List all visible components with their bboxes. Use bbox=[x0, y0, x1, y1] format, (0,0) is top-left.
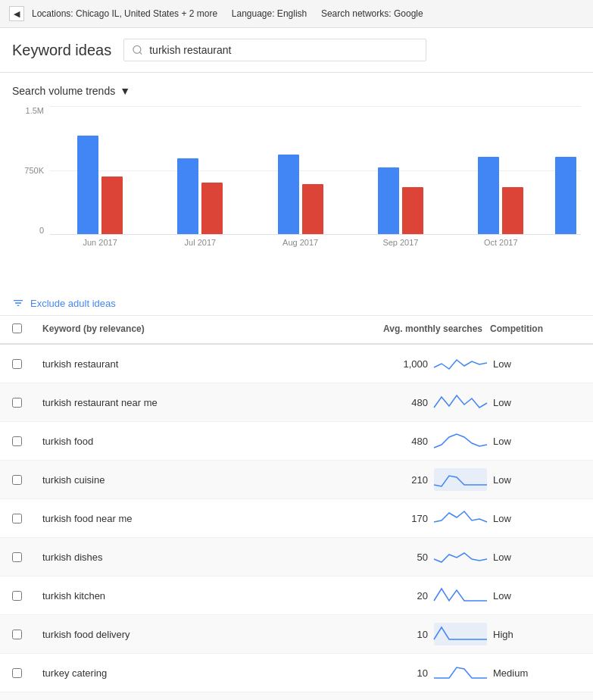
top-bar: ◀ Locations: Chicago IL, United States +… bbox=[0, 0, 593, 28]
keyword-6: turkish kitchen bbox=[42, 590, 354, 602]
row-check-8 bbox=[12, 668, 42, 678]
table-header: Keyword (by relevance) Avg. monthly sear… bbox=[0, 316, 593, 345]
bar-group-partial bbox=[551, 157, 581, 234]
th-keyword: Keyword (by relevance) bbox=[42, 323, 354, 336]
bar-red-jun bbox=[101, 177, 123, 234]
table-row: turkey catering 10 Medium bbox=[0, 654, 593, 692]
y-axis: 1.5M 750K 0 bbox=[12, 106, 50, 235]
searches-2: 480 bbox=[354, 430, 490, 452]
page-title: Keyword ideas bbox=[12, 42, 111, 59]
x-label-blank bbox=[551, 238, 581, 247]
bar-group-jul bbox=[150, 158, 250, 234]
row-checkbox-1[interactable] bbox=[12, 398, 22, 408]
bar-group-jun bbox=[50, 136, 150, 234]
table-row: turkish food near me 170 Low bbox=[0, 499, 593, 538]
chart-inner bbox=[50, 106, 581, 235]
keyword-1: turkish restaurant near me bbox=[42, 397, 354, 408]
svg-line-1 bbox=[140, 52, 142, 55]
chart-title-row: Search volume trends ▼ bbox=[12, 85, 581, 97]
keyword-4: turkish food near me bbox=[42, 513, 354, 524]
search-box[interactable]: turkish restaurant bbox=[123, 39, 426, 61]
bar-blue-oct bbox=[478, 157, 499, 234]
table-row: turkish dishes 50 Low bbox=[0, 538, 593, 577]
search-icon bbox=[132, 44, 143, 56]
row-checkbox-0[interactable] bbox=[12, 359, 22, 369]
bar-blue-partial bbox=[555, 157, 576, 234]
table-row: turkish breakfast 110 Low bbox=[0, 692, 593, 700]
searches-3: 210 bbox=[354, 468, 490, 491]
competition-3: Low bbox=[490, 474, 581, 486]
searches-7: 10 bbox=[354, 623, 490, 645]
row-checkbox-2[interactable] bbox=[12, 436, 22, 446]
sparkline-2 bbox=[434, 430, 487, 452]
keyword-8: turkey catering bbox=[42, 667, 354, 679]
header-checkbox-cell bbox=[12, 323, 42, 336]
filter-icon bbox=[12, 297, 24, 309]
row-check-5 bbox=[12, 552, 42, 562]
select-all-checkbox[interactable] bbox=[12, 323, 22, 333]
table-row: turkish restaurant near me 480 Low bbox=[0, 383, 593, 422]
svg-point-0 bbox=[133, 45, 141, 53]
bar-red-oct bbox=[502, 187, 523, 234]
search-input[interactable]: turkish restaurant bbox=[149, 44, 418, 56]
competition-6: Low bbox=[490, 590, 581, 602]
sparkline-4 bbox=[434, 507, 487, 530]
x-label-jun: Jun 2017 bbox=[50, 238, 150, 247]
language-label: Language: English bbox=[232, 8, 307, 19]
svg-rect-2 bbox=[434, 468, 487, 491]
y-label-bot: 0 bbox=[39, 226, 44, 235]
row-checkbox-8[interactable] bbox=[12, 668, 22, 678]
row-checkbox-3[interactable] bbox=[12, 475, 22, 485]
table-row: turkish kitchen 20 Low bbox=[0, 577, 593, 615]
sparkline-5 bbox=[434, 545, 487, 568]
bar-group-oct bbox=[451, 157, 551, 234]
sparkline-0 bbox=[434, 352, 487, 375]
x-labels: Jun 2017 Jul 2017 Aug 2017 Sep 2017 Oct … bbox=[50, 238, 581, 247]
bar-group-sep bbox=[351, 167, 451, 234]
searches-0: 1,000 bbox=[354, 352, 490, 375]
row-check-3 bbox=[12, 475, 42, 485]
searches-1: 480 bbox=[354, 391, 490, 414]
table-row: turkish cuisine 210 Low bbox=[0, 461, 593, 499]
row-checkbox-6[interactable] bbox=[12, 591, 22, 601]
back-button[interactable]: ◀ bbox=[9, 6, 24, 21]
sparkline-8 bbox=[434, 661, 487, 684]
searches-5: 50 bbox=[354, 545, 490, 568]
svg-rect-3 bbox=[434, 623, 487, 645]
row-checkbox-4[interactable] bbox=[12, 514, 22, 523]
competition-5: Low bbox=[490, 552, 581, 563]
competition-8: Medium bbox=[490, 667, 581, 679]
grid-line-top bbox=[50, 106, 581, 107]
competition-1: Low bbox=[490, 397, 581, 408]
searches-8: 10 bbox=[354, 661, 490, 684]
bar-red-aug bbox=[302, 184, 323, 234]
row-checkbox-7[interactable] bbox=[12, 630, 22, 639]
keyword-3: turkish cuisine bbox=[42, 474, 354, 486]
competition-4: Low bbox=[490, 513, 581, 524]
bar-red-sep bbox=[402, 187, 423, 234]
chart-title: Search volume trends bbox=[12, 85, 115, 97]
y-label-top: 1.5M bbox=[26, 106, 44, 115]
keyword-table: Keyword (by relevance) Avg. monthly sear… bbox=[0, 316, 593, 700]
x-label-jul: Jul 2017 bbox=[150, 238, 250, 247]
searches-4: 170 bbox=[354, 507, 490, 530]
keyword-7: turkish food delivery bbox=[42, 629, 354, 640]
row-check-7 bbox=[12, 630, 42, 639]
competition-7: High bbox=[490, 629, 581, 640]
row-check-6 bbox=[12, 591, 42, 601]
x-label-oct: Oct 2017 bbox=[451, 238, 551, 247]
bar-red-jul bbox=[201, 183, 223, 234]
chevron-down-icon[interactable]: ▼ bbox=[120, 85, 130, 97]
bar-blue-jul bbox=[177, 158, 198, 234]
row-checkbox-5[interactable] bbox=[12, 552, 22, 562]
chart-area: 1.5M 750K 0 bbox=[12, 106, 581, 258]
th-searches: Avg. monthly searches bbox=[354, 323, 490, 336]
table-row: turkish food delivery 10 High bbox=[0, 615, 593, 654]
row-check-4 bbox=[12, 514, 42, 523]
row-check-0 bbox=[12, 359, 42, 369]
bar-blue-sep bbox=[378, 167, 399, 234]
exclude-adult-link[interactable]: Exclude adult ideas bbox=[30, 298, 116, 309]
competition-2: Low bbox=[490, 436, 581, 447]
bar-blue-jun bbox=[77, 136, 98, 234]
y-label-mid: 750K bbox=[24, 166, 44, 175]
